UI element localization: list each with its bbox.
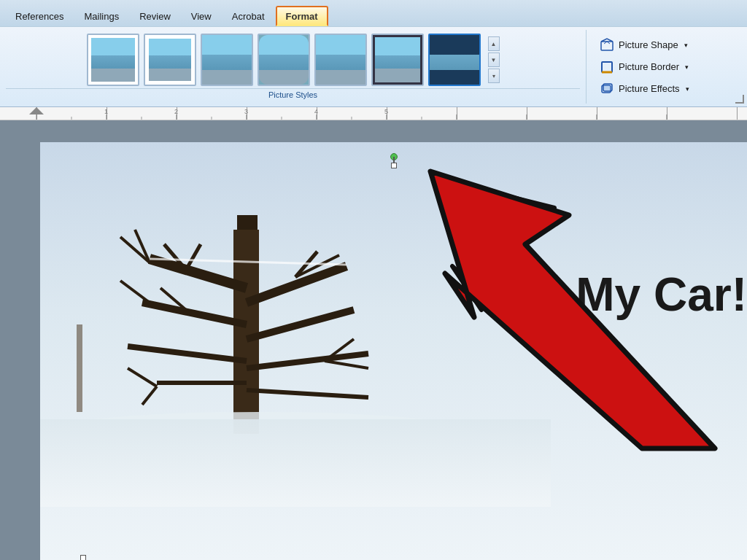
tab-references[interactable]: References	[6, 6, 73, 26]
thumb-preview-2	[145, 35, 195, 85]
scroll-down-button[interactable]: ▼	[488, 52, 500, 67]
style-thumb-3[interactable]	[201, 34, 253, 86]
tree-svg	[40, 142, 747, 560]
style-thumb-6[interactable]	[371, 34, 424, 86]
picture-effects-label: Picture Effects	[619, 83, 680, 94]
svg-rect-4	[603, 84, 612, 91]
winter-scene: My Car!	[40, 142, 747, 560]
document-area: My Car!	[0, 120, 747, 560]
ribbon-content: ▲ ▼ ▾ Picture Styles Picture Shape	[0, 26, 747, 106]
svg-text:4: 4	[314, 108, 318, 115]
picture-shape-label: Picture Shape	[619, 39, 678, 50]
thumb-preview-1	[88, 35, 138, 85]
thumb-preview-5	[316, 35, 365, 85]
picture-shape-button[interactable]: Picture Shape ▾	[595, 36, 738, 55]
tab-acrobat[interactable]: Acrobat	[222, 6, 274, 26]
picture-effects-icon	[600, 82, 614, 96]
svg-rect-0	[601, 42, 613, 50]
picture-border-icon	[600, 60, 614, 74]
picture-effects-button[interactable]: Picture Effects ▾	[595, 79, 738, 98]
svg-rect-29	[233, 230, 259, 434]
style-thumbnails: ▲ ▼ ▾	[87, 33, 500, 87]
picture-shape-icon	[600, 38, 614, 52]
svg-rect-53	[77, 324, 82, 412]
svg-marker-26	[29, 107, 44, 114]
scroll-up-button[interactable]: ▲	[488, 36, 500, 51]
svg-text:2: 2	[174, 108, 178, 115]
style-thumb-1[interactable]	[87, 34, 139, 86]
style-thumb-7[interactable]	[428, 34, 481, 86]
ruler: 1 2 3 4 5	[0, 107, 747, 120]
svg-rect-1	[602, 62, 612, 72]
tab-bar: References Mailings Review View Acrobat …	[0, 0, 747, 26]
picture-styles-label: Picture Styles	[6, 88, 580, 101]
picture-border-label: Picture Border	[619, 61, 679, 72]
picture-options-section: Picture Shape ▾ Picture Border ▾	[587, 30, 747, 104]
ruler-svg: 1 2 3 4 5	[0, 107, 747, 120]
my-car-text: My Car!	[576, 268, 747, 322]
svg-text:5: 5	[384, 108, 388, 115]
style-thumb-2[interactable]	[144, 34, 196, 86]
picture-effects-dropdown-icon[interactable]: ▾	[686, 85, 689, 93]
tab-mailings[interactable]: Mailings	[74, 6, 128, 26]
selection-handle-bottom-left[interactable]	[80, 555, 86, 560]
selection-handle-top[interactable]	[391, 163, 397, 168]
picture-styles-section: ▲ ▼ ▾ Picture Styles	[0, 30, 587, 104]
ruler-inner: 1 2 3 4 5	[0, 107, 747, 120]
thumb-preview-6	[373, 35, 422, 85]
svg-rect-52	[40, 419, 551, 507]
svg-text:1: 1	[104, 108, 108, 115]
picture-border-button[interactable]: Picture Border ▾	[595, 58, 738, 77]
tab-format[interactable]: Format	[276, 6, 328, 26]
scroll-buttons: ▲ ▼ ▾	[488, 36, 500, 83]
style-thumb-5[interactable]	[314, 34, 367, 86]
tab-review[interactable]: Review	[130, 6, 180, 26]
ribbon: References Mailings Review View Acrobat …	[0, 0, 747, 107]
picture-border-dropdown-icon[interactable]: ▾	[685, 63, 689, 71]
picture-shape-dropdown-icon[interactable]: ▾	[684, 42, 688, 49]
thumb-preview-3	[202, 35, 252, 85]
style-thumb-4[interactable]	[258, 34, 310, 86]
expand-icon[interactable]	[735, 95, 744, 104]
thumb-preview-7	[430, 35, 479, 85]
thumb-preview-4	[259, 35, 309, 85]
svg-text:3: 3	[244, 108, 248, 115]
scroll-expand-button[interactable]: ▾	[488, 69, 500, 83]
ruler-marks: 1 2 3 4 5	[0, 107, 747, 120]
tab-view[interactable]: View	[182, 6, 221, 26]
